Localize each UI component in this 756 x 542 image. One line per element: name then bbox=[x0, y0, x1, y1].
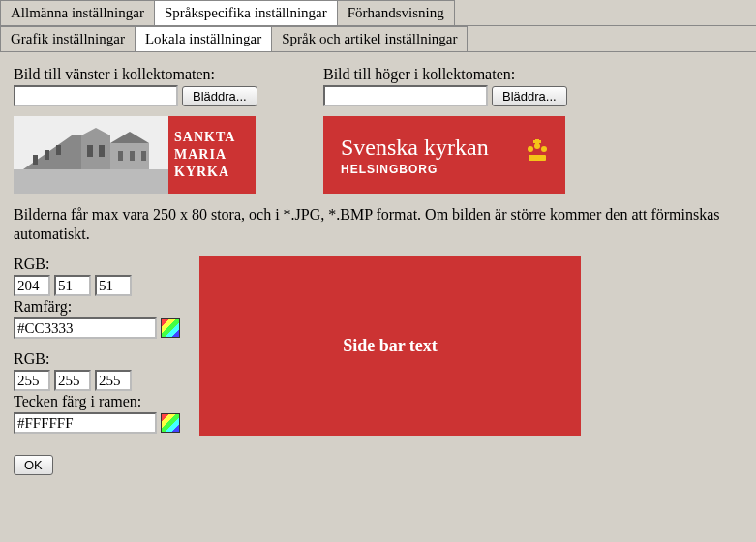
left-image-label: Bild till vänster i kollektomaten: bbox=[14, 66, 323, 83]
left-image-path-input[interactable] bbox=[14, 85, 178, 106]
svg-rect-14 bbox=[529, 155, 546, 161]
church-photo-icon bbox=[14, 116, 168, 194]
color-controls: RGB: Ramfärg: RGB: Tecken färg i ramen: bbox=[14, 256, 188, 445]
subtab-language-article[interactable]: Språk och artikel inställningar bbox=[271, 26, 468, 51]
text-rgb-label: RGB: bbox=[14, 350, 188, 368]
subtab-graphics[interactable]: Grafik inställningar bbox=[0, 26, 136, 51]
svg-rect-6 bbox=[87, 145, 93, 157]
top-tab-bar: Allmänna inställningar Språkspecifika in… bbox=[0, 0, 756, 26]
crown-emblem-icon bbox=[523, 137, 552, 166]
text-hex-input[interactable] bbox=[14, 412, 157, 434]
frame-g-input[interactable] bbox=[54, 275, 91, 296]
left-image-text-block: SANKTA MARIA KYRKA bbox=[168, 116, 256, 194]
left-block-line3: KYRKA bbox=[174, 164, 250, 181]
tab-language-specific[interactable]: Språkspecifika inställningar bbox=[154, 0, 338, 25]
svg-point-17 bbox=[541, 146, 547, 152]
frame-color-picker-icon[interactable] bbox=[161, 318, 180, 338]
left-browse-button[interactable]: Bläddra... bbox=[182, 86, 257, 106]
svg-rect-12 bbox=[45, 150, 49, 160]
svg-rect-8 bbox=[118, 151, 123, 161]
svg-rect-13 bbox=[56, 145, 61, 155]
right-image-preview: Svenska kyrkan HELSINGBORG bbox=[323, 116, 565, 194]
svg-rect-1 bbox=[14, 169, 168, 194]
tab-preview[interactable]: Förhandsvisning bbox=[337, 0, 455, 25]
frame-hex-input[interactable] bbox=[14, 317, 157, 339]
right-browse-button[interactable]: Bläddra... bbox=[492, 86, 567, 106]
svg-rect-11 bbox=[33, 155, 38, 165]
svg-rect-19 bbox=[533, 140, 541, 143]
svg-rect-7 bbox=[99, 145, 105, 157]
text-r-input[interactable] bbox=[14, 370, 50, 391]
svg-rect-10 bbox=[141, 151, 146, 161]
left-image-preview: SANKTA MARIA KYRKA bbox=[14, 116, 256, 194]
image-size-info: Bilderna får max vara 250 x 80 stora, oc… bbox=[14, 205, 730, 244]
frame-b-input[interactable] bbox=[95, 275, 132, 296]
frame-r-input[interactable] bbox=[14, 275, 50, 296]
left-block-line2: MARIA bbox=[174, 146, 250, 164]
text-color-picker-icon[interactable] bbox=[161, 413, 180, 433]
tab-general[interactable]: Allmänna inställningar bbox=[0, 0, 155, 25]
frame-color-label: Ramfärg: bbox=[14, 298, 188, 316]
text-b-input[interactable] bbox=[95, 370, 132, 391]
svg-marker-3 bbox=[81, 128, 110, 169]
sidebar-preview-text: Side bar text bbox=[343, 336, 438, 356]
ok-button[interactable]: OK bbox=[14, 455, 53, 475]
left-image-section: Bild till vänster i kollektomaten: Blädd… bbox=[14, 66, 323, 199]
svg-point-15 bbox=[528, 146, 533, 152]
text-g-input[interactable] bbox=[54, 370, 91, 391]
sub-tab-bar: Grafik inställningar Lokala inställninga… bbox=[0, 26, 756, 52]
right-image-label: Bild till höger i kollektomaten: bbox=[323, 66, 633, 83]
svg-rect-9 bbox=[130, 151, 135, 161]
subtab-local[interactable]: Lokala inställningar bbox=[135, 26, 272, 51]
right-image-section: Bild till höger i kollektomaten: Bläddra… bbox=[323, 66, 633, 199]
left-block-line1: SANKTA bbox=[174, 129, 250, 146]
sidebar-preview: Side bar text bbox=[199, 256, 581, 436]
text-color-label: Tecken färg i ramen: bbox=[14, 393, 188, 410]
frame-rgb-label: RGB: bbox=[14, 256, 188, 273]
right-image-path-input[interactable] bbox=[323, 85, 488, 106]
